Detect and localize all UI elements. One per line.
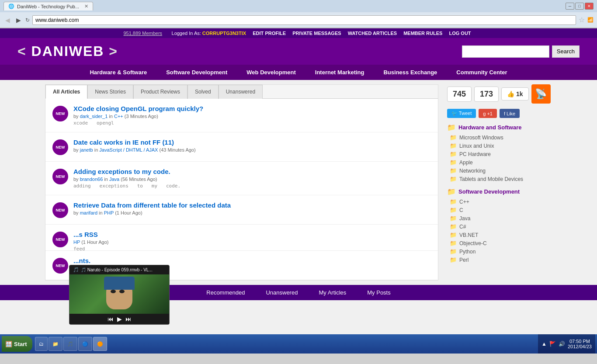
like-count: 👍 1k — [501, 87, 528, 101]
close-button[interactable]: ✕ — [585, 3, 594, 10]
tweet-button[interactable]: 🐦 Tweet — [447, 109, 476, 118]
article-tags: feed — [73, 246, 431, 251]
vbnet-link[interactable]: VB.NET — [459, 232, 478, 238]
pc-hardware-link[interactable]: PC Hardware — [459, 151, 491, 157]
article-title[interactable]: Retrieve Data from different table for s… — [73, 201, 431, 209]
category-link[interactable]: Java — [109, 177, 119, 182]
browser-tab[interactable]: 🌐 DaniWeb - Technology Pub... ✕ — [3, 2, 93, 10]
taskbar-item-vlc[interactable]: 🟠 — [93, 337, 107, 351]
logout-link[interactable]: LOG OUT — [449, 31, 471, 36]
vlc-next-button[interactable]: ⏭ — [125, 315, 132, 322]
nav-internet-marketing[interactable]: Internet Marketing — [305, 65, 374, 80]
recommended-link[interactable]: Recommended — [196, 285, 255, 300]
author-link[interactable]: brandon66 — [80, 177, 103, 182]
cpp-link[interactable]: C++ — [459, 199, 469, 205]
new-badge: NEW — [52, 232, 68, 247]
taskbar-item-chrome[interactable]: 🔵 — [78, 337, 92, 351]
gplus-button[interactable]: g +1 — [479, 109, 497, 118]
folder-icon: 📁 — [450, 134, 457, 141]
folder-icon: 📁 — [450, 142, 457, 149]
author-link[interactable]: janetb — [80, 147, 93, 153]
folder-icon: 📁 — [450, 248, 457, 255]
linux-unix-link[interactable]: Linux and Unix — [459, 143, 494, 149]
content-area: All Articles News Stories Product Review… — [36, 80, 561, 285]
tab-unanswered[interactable]: Unanswered — [219, 85, 263, 99]
minimize-button[interactable]: ─ — [566, 3, 574, 10]
watched-articles-link[interactable]: WATCHED ARTICLES — [348, 31, 397, 36]
article-title[interactable]: XCode closing OpenGL program quickly? — [73, 105, 431, 112]
taskbar-item-media[interactable]: 🎵 — [63, 337, 77, 351]
microsoft-windows-link[interactable]: Microsoft Windows — [459, 135, 503, 141]
forward-button[interactable]: ▶ — [14, 16, 23, 24]
search-area: Search — [462, 45, 580, 58]
c-link[interactable]: C — [459, 207, 463, 213]
nav-web-development[interactable]: Web Development — [237, 65, 305, 80]
logo-left-angle: < — [17, 43, 27, 59]
nav-business-exchange[interactable]: Business Exchange — [374, 65, 447, 80]
list-item: 📁 PC Hardware — [447, 150, 552, 158]
article-title[interactable]: Adding exceptions to my code. — [73, 168, 431, 175]
networking-link[interactable]: Networking — [459, 168, 486, 174]
author-link[interactable]: dark_sider_1 — [80, 114, 108, 119]
category-link[interactable]: HP — [73, 239, 80, 245]
list-item: NEW XCode closing OpenGL program quickly… — [45, 99, 438, 132]
windows-icon: 🪟 — [5, 341, 12, 347]
java-link[interactable]: Java — [459, 215, 470, 222]
taskbar-item-folder[interactable]: 📁 — [49, 337, 62, 351]
article-title[interactable]: Date calc works in IE not FF (11) — [73, 139, 431, 146]
site-header: < DANIWEB > Search — [0, 38, 597, 65]
maximize-button[interactable]: □ — [575, 3, 584, 10]
tab-close-icon[interactable]: ✕ — [84, 3, 88, 9]
like-button[interactable]: f Like — [500, 109, 520, 118]
author-link[interactable]: marifard — [80, 210, 97, 215]
csharp-link[interactable]: C# — [459, 224, 466, 230]
list-item: 📁 Microsoft Windows — [447, 133, 552, 142]
vlc-play-button[interactable]: ▶ — [117, 315, 122, 322]
search-input[interactable] — [462, 45, 549, 58]
nav-community-center[interactable]: Community Center — [447, 65, 517, 80]
private-messages-link[interactable]: PRIVATE MESSAGES — [292, 31, 341, 36]
address-bar[interactable] — [32, 15, 576, 25]
tablets-mobile-link[interactable]: Tablets and Mobile Devices — [459, 176, 523, 182]
list-item: NEW Retrieve Data from different table f… — [45, 195, 438, 225]
member-rules-link[interactable]: MEMBER RULES — [403, 31, 442, 36]
perl-link[interactable]: Perl — [459, 257, 469, 263]
my-posts-link[interactable]: My Posts — [357, 285, 401, 300]
python-link[interactable]: Python — [459, 249, 476, 255]
vlc-prev-button[interactable]: ⏮ — [108, 315, 114, 322]
browser-chrome: 🌐 DaniWeb - Technology Pub... ✕ ─ □ ✕ ◀ … — [0, 0, 597, 28]
site-logo[interactable]: < DANIWEB > — [17, 43, 118, 59]
edit-profile-link[interactable]: EDIT PROFILE — [253, 31, 286, 36]
apple-link[interactable]: Apple — [459, 159, 473, 166]
list-item: NEW Adding exceptions to my code. by bra… — [45, 162, 438, 195]
bookmark-star-icon[interactable]: ☆ — [579, 16, 585, 24]
article-title[interactable]: ...nts. — [73, 257, 431, 264]
nav-software-development[interactable]: Software Development — [156, 65, 237, 80]
tab-all-articles[interactable]: All Articles — [45, 85, 87, 99]
start-button[interactable]: 🪟 Start — [2, 336, 32, 352]
category-link[interactable]: PHP — [104, 210, 114, 215]
members-link[interactable]: 951,889 Members — [123, 31, 162, 36]
tab-news-stories[interactable]: News Stories — [87, 85, 133, 99]
article-meta: by janetb in JavaScript / DHTML / AJAX (… — [73, 147, 431, 153]
tab-solved[interactable]: Solved — [187, 85, 219, 99]
refresh-button[interactable]: ↻ — [25, 17, 30, 23]
tweet-count: 745 — [447, 87, 472, 102]
back-button[interactable]: ◀ — [3, 16, 12, 24]
search-button[interactable]: Search — [552, 45, 580, 58]
tab-product-reviews[interactable]: Product Reviews — [133, 85, 187, 99]
article-meta: HP (1 Hour Ago) — [73, 239, 431, 245]
top-bar: 951,889 Members Logged In As: CORRUPTG3N… — [0, 28, 597, 38]
category-link[interactable]: C++ — [114, 114, 123, 119]
nav-hardware-software[interactable]: Hardware & Software — [80, 65, 156, 80]
list-item: 📁 Perl — [447, 256, 552, 264]
top-bar-links: EDIT PROFILE PRIVATE MESSAGES WATCHED AR… — [250, 31, 473, 36]
taskbar-item-explorer[interactable]: 🗂 — [35, 337, 48, 351]
unanswered-link[interactable]: Unanswered — [255, 285, 308, 300]
category-link[interactable]: JavaScript / DHTML / AJAX — [99, 147, 158, 153]
objective-c-link[interactable]: Objective-C — [459, 240, 487, 246]
tab-title: DaniWeb - Technology Pub... — [17, 4, 79, 9]
article-title[interactable]: ...s RSS — [73, 231, 431, 238]
my-articles-link[interactable]: My Articles — [308, 285, 357, 300]
rss-icon[interactable]: 📡 — [531, 84, 551, 104]
